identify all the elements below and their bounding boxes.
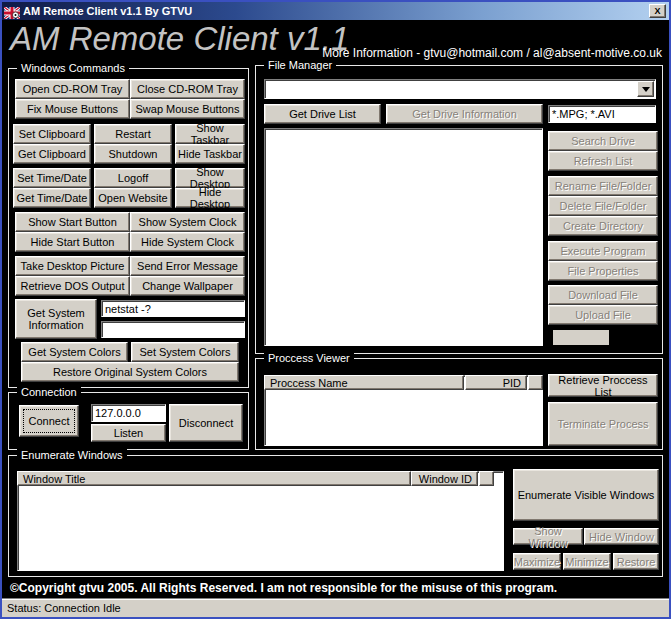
disconnect-button[interactable]: Disconnect (169, 404, 243, 442)
get-clipboard-button[interactable]: Get Clipboard (13, 144, 91, 164)
set-time-date-button[interactable]: Set Time/Date (13, 168, 91, 188)
open-cdrom-tray-button[interactable]: Open CD-ROM Tray (15, 79, 130, 99)
copyright-text: ©Copyright gtvu 2005. All Rights Reserve… (2, 579, 669, 598)
window-title-column-header[interactable]: Window Title (17, 471, 411, 486)
open-website-button[interactable]: Open Website (94, 188, 172, 208)
search-drive-button[interactable]: Search Drive (548, 131, 658, 151)
path-combobox-value (265, 84, 268, 96)
process-viewer-label: Proccess Viewer (264, 352, 354, 365)
path-combobox[interactable] (264, 79, 656, 99)
take-desktop-picture-button[interactable]: Take Desktop Picture (15, 256, 130, 276)
send-error-message-button[interactable]: Send Error Message (130, 256, 245, 276)
restart-button[interactable]: Restart (94, 124, 172, 144)
enumerate-windows-group: Enumerate Windows Window Title Window ID… (8, 455, 663, 577)
pid-column-header[interactable]: PID (465, 375, 527, 390)
restore-original-system-colors-button[interactable]: Restore Original System Colors (21, 362, 239, 382)
system-information-output-input[interactable] (101, 321, 245, 338)
connection-group: Connection Connect Listen Disconnect (8, 392, 249, 450)
app-window: AM Remote Client v1.1 By GTVU X AM Remot… (0, 0, 671, 619)
close-cdrom-tray-button[interactable]: Close CD-ROM Tray (130, 79, 245, 99)
rename-file-folder-button[interactable]: Rename File/Folder (548, 176, 658, 196)
window-listbox[interactable] (17, 471, 504, 571)
get-system-colors-button[interactable]: Get System Colors (21, 342, 128, 362)
maximize-button[interactable]: Maximize (513, 553, 561, 570)
create-directory-button[interactable]: Create Directory (548, 216, 658, 236)
process-list-stub-header (528, 375, 543, 390)
titlebar[interactable]: AM Remote Client v1.1 By GTVU (2, 2, 669, 20)
windows-commands-label: Windows Commands (17, 62, 129, 75)
connect-button[interactable]: Connect (19, 405, 79, 437)
set-clipboard-button[interactable]: Set Clipboard (13, 124, 91, 144)
show-desktop-button[interactable]: Show Desktop (175, 168, 245, 188)
window-id-column-header[interactable]: Window ID (411, 471, 478, 486)
window-title: AM Remote Client v1.1 By GTVU (23, 2, 192, 20)
get-system-information-button[interactable]: Get System Information (15, 299, 97, 339)
refresh-list-button[interactable]: Refresh List (548, 151, 658, 171)
minimize-button[interactable]: Minimize (563, 553, 611, 570)
windows-commands-group: Windows Commands Open CD-ROM Tray Close … (8, 68, 249, 388)
file-manager-group: File Manager Get Drive List Get Drive In… (255, 65, 663, 354)
swap-mouse-buttons-button[interactable]: Swap Mouse Buttons (130, 99, 245, 119)
show-start-button-button[interactable]: Show Start Button (15, 212, 130, 232)
show-taskbar-button[interactable]: Show Taskbar (175, 124, 245, 144)
set-system-colors-button[interactable]: Set System Colors (131, 342, 239, 362)
show-system-clock-button[interactable]: Show System Clock (130, 212, 245, 232)
hide-taskbar-button[interactable]: Hide Taskbar (175, 144, 245, 164)
get-time-date-button[interactable]: Get Time/Date (13, 188, 91, 208)
show-window-button[interactable]: Show Window (513, 528, 583, 545)
file-properties-button[interactable]: File Properties (548, 261, 658, 281)
close-button[interactable]: X (649, 4, 666, 18)
change-wallpaper-button[interactable]: Change Wallpaper (130, 276, 245, 296)
shutdown-button[interactable]: Shutdown (94, 144, 172, 164)
contact-info: More Information - gtvu@hotmail.com / al… (322, 46, 662, 60)
retrieve-process-list-button[interactable]: Retrieve Proccess List (548, 374, 658, 397)
hide-start-button-button[interactable]: Hide Start Button (15, 232, 130, 252)
listen-button[interactable]: Listen (91, 424, 166, 442)
download-file-button[interactable]: Download File (548, 285, 658, 305)
delete-file-folder-button[interactable]: Delete File/Folder (548, 196, 658, 216)
retrieve-dos-output-button[interactable]: Retrieve DOS Output (15, 276, 130, 296)
process-name-column-header[interactable]: Proccess Name (264, 375, 464, 390)
dos-command-input[interactable] (101, 300, 245, 317)
get-drive-list-button[interactable]: Get Drive List (264, 104, 381, 124)
get-drive-information-button[interactable]: Get Drive Information (386, 104, 543, 124)
enumerate-windows-label: Enumerate Windows (17, 449, 127, 462)
chevron-down-icon[interactable] (637, 81, 654, 97)
upload-file-button[interactable]: Upload File (548, 305, 658, 325)
file-listbox[interactable] (264, 128, 543, 346)
window-list-stub-header (479, 471, 494, 486)
restore-button[interactable]: Restore (613, 553, 659, 570)
uk-flag-icon (4, 5, 20, 17)
logoff-button[interactable]: Logoff (94, 168, 172, 188)
hide-desktop-button[interactable]: Hide Desktop (175, 188, 245, 208)
transfer-progress-box (553, 330, 609, 345)
file-manager-label: File Manager (264, 59, 336, 72)
hide-window-button[interactable]: Hide Window (584, 528, 659, 545)
ip-address-input[interactable] (91, 404, 166, 422)
fix-mouse-buttons-button[interactable]: Fix Mouse Buttons (15, 99, 130, 119)
app-heading: AM Remote Client v1.1 (10, 19, 349, 59)
enumerate-visible-windows-button[interactable]: Enumerate Visible Windows (513, 469, 659, 521)
execute-program-button[interactable]: Execute Program (548, 241, 658, 261)
status-bar: Status: Connection Idle (2, 598, 669, 617)
file-filter-input[interactable] (548, 105, 656, 123)
process-viewer-group: Proccess Viewer Proccess Name PID Retrie… (255, 358, 663, 450)
terminate-process-button[interactable]: Terminate Process (548, 402, 658, 446)
connection-label: Connection (17, 386, 81, 399)
hide-system-clock-button[interactable]: Hide System Clock (130, 232, 245, 252)
